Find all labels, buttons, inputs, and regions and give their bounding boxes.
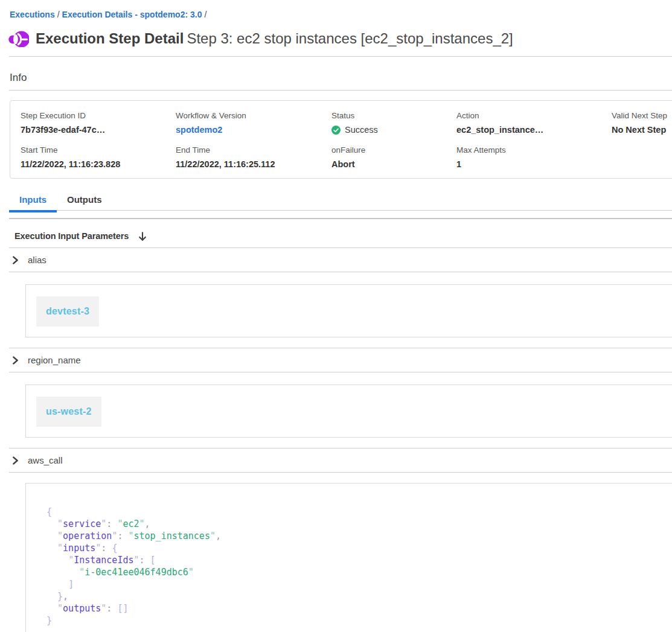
param-row-alias[interactable]: alias (0, 248, 672, 272)
chevron-right-icon (11, 356, 19, 365)
breadcrumb-separator: / (55, 10, 62, 19)
tabs: Inputs Outputs (9, 188, 672, 211)
field-onfailure: onFailure Abort (331, 145, 456, 180)
chevron-right-icon (11, 256, 19, 264)
param-row-aws-call[interactable]: aws_call (0, 448, 672, 472)
field-label: Valid Next Step (612, 111, 672, 121)
field-max-attempts: Max Attempts 1 (456, 145, 612, 180)
divider (9, 472, 672, 473)
field-value: ec2_stop_instance… (456, 124, 612, 136)
field-label: End Time (176, 145, 331, 155)
field-label: Workflow & Version (176, 111, 331, 121)
param-value-chip: us-west-2 (36, 397, 101, 427)
page-header: Execution Step DetailStep 3: ec2 stop in… (8, 28, 672, 49)
info-heading: Info (10, 72, 672, 83)
tab-outputs[interactable]: Outputs (57, 188, 112, 210)
page-subtitle: Step 3: ec2 stop instances [ec2_stop_ins… (187, 30, 513, 46)
field-step-execution-id: Step Execution ID 7b73f93e-edaf-47c… (21, 111, 176, 145)
field-label: Start Time (21, 145, 176, 155)
param-name: aws_call (28, 455, 63, 465)
field-label: Step Execution ID (21, 111, 176, 121)
workflow-link[interactable]: spotdemo2 (176, 125, 222, 135)
param-value-chip: devtest-3 (36, 296, 99, 327)
field-value: 7b73f93e-edaf-47c… (21, 124, 176, 136)
param-name: region_name (28, 355, 81, 365)
breadcrumb: Executions/Execution Details - spotdemo2… (10, 10, 672, 19)
divider (9, 218, 672, 219)
divider (9, 90, 672, 91)
field-status: Status Success (331, 111, 456, 145)
breadcrumb-separator-trailing: / (202, 10, 209, 19)
param-value-box-aws-call: { "service": "ec2", "operation": "stop_i… (25, 483, 672, 632)
field-value: No Next Step (612, 124, 672, 136)
chevron-right-icon (11, 456, 19, 465)
field-value: Success (331, 124, 456, 136)
field-value: 11/22/2022, 11:16:25.112 (176, 158, 331, 170)
breadcrumb-link-executions[interactable]: Executions (10, 10, 55, 19)
params-title: Execution Input Parameters (14, 231, 129, 241)
field-end-time: End Time 11/22/2022, 11:16:25.112 (176, 145, 331, 180)
sort-down-arrow-icon[interactable] (138, 231, 147, 241)
param-value-box-alias: devtest-3 (25, 284, 672, 337)
field-start-time: Start Time 11/22/2022, 11:16:23.828 (21, 145, 176, 180)
field-workflow-version: Workflow & Version spotdemo2 (176, 111, 331, 145)
breadcrumb-link-execution-details[interactable]: Execution Details - spotdemo2: 3.0 (62, 10, 202, 19)
divider (9, 272, 672, 272)
app-logo-icon (8, 29, 29, 47)
page: Executions/Execution Details - spotdemo2… (0, 10, 672, 632)
success-check-icon (331, 126, 341, 135)
params-header: Execution Input Parameters (14, 231, 672, 241)
field-label: onFailure (331, 145, 456, 155)
tab-inputs[interactable]: Inputs (9, 188, 57, 210)
json-code-block: { "service": "ec2", "operation": "stop_i… (46, 506, 672, 627)
field-value: 1 (456, 158, 612, 170)
param-row-region-name[interactable]: region_name (0, 348, 672, 372)
page-title: Execution Step Detail (36, 30, 184, 46)
field-value: 11/22/2022, 11:16:23.828 (21, 158, 176, 170)
divider (9, 56, 672, 57)
field-value: Abort (331, 158, 456, 170)
field-action: Action ec2_stop_instance… (456, 111, 612, 145)
info-card: Step Execution ID 7b73f93e-edaf-47c… Wor… (10, 100, 672, 179)
param-value-box-region-name: us-west-2 (25, 385, 672, 438)
field-value: spotdemo2 (176, 124, 331, 136)
status-text: Success (345, 124, 378, 136)
page-title-row: Execution Step DetailStep 3: ec2 stop in… (36, 30, 513, 48)
field-label: Status (331, 111, 456, 121)
field-label: Max Attempts (456, 145, 612, 155)
divider (9, 372, 672, 372)
field-valid-next-step: Valid Next Step No Next Step (612, 111, 672, 145)
field-label: Action (456, 111, 612, 121)
param-name: alias (28, 255, 46, 265)
